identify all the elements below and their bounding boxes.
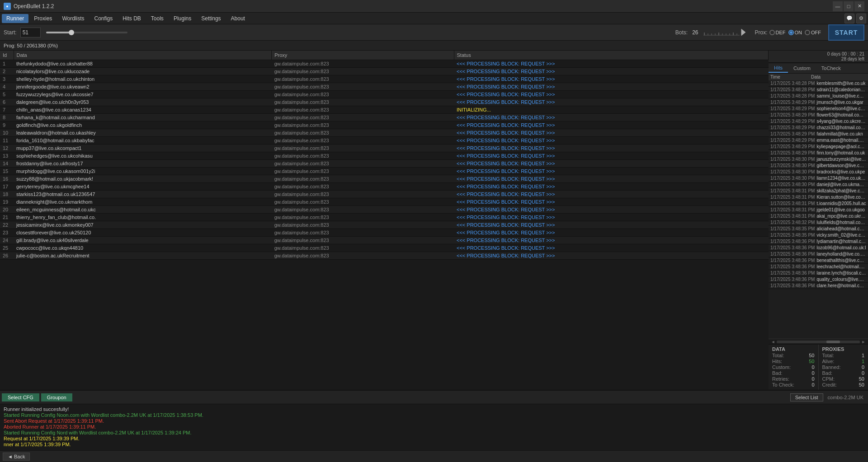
menu-about[interactable]: About — [226, 14, 250, 23]
settings-icon[interactable]: ⚙ — [856, 14, 866, 23]
log-entry-data: Kieran.sutton@live.co.uk — [816, 195, 866, 200]
log-scrollbar[interactable]: ◄ ► — [769, 339, 868, 344]
right-panel: 0 days 00 : 00 : 21 28 days left Hits Cu… — [769, 51, 868, 390]
cell-data: mupp37@live.co.ukcompact1 — [14, 145, 272, 152]
minimize-button[interactable]: — — [833, 1, 843, 11]
bots-ticks-svg — [703, 29, 740, 36]
cell-id: 7 — [0, 106, 14, 114]
start-input[interactable] — [20, 28, 41, 37]
cell-data: thierry_henry_fan_club@hotmail.co. — [14, 214, 272, 221]
cell-status: <<< PROCESSING BLOCK: REQUEST >>> — [454, 252, 769, 260]
stats-val: 0 — [811, 376, 814, 382]
timer-text: 0 days 00 : 00 : 21 28 days left — [772, 51, 864, 61]
table-scroll[interactable]: Id Data Proxy Status 1 thefunkydodo@live… — [0, 51, 769, 390]
log-entry-time: 1/17/2025 3:48:28 PM — [770, 81, 815, 86]
maximize-button[interactable]: □ — [844, 1, 854, 11]
log-entry: 1/17/2025 3:48:31 PM jgelde01@live.co.uk… — [769, 207, 868, 213]
speed-slider[interactable] — [46, 32, 127, 33]
menu-configs[interactable]: Configs — [90, 14, 118, 23]
menu-runner[interactable]: Runner — [2, 14, 28, 23]
cell-proxy: gw.dataimpulse.com:823 — [272, 206, 454, 214]
stats-val: 0 — [811, 364, 814, 370]
groupon-tab[interactable]: Groupon — [41, 393, 72, 401]
log-entry-time: 1/17/2025 3:48:36 PM — [770, 252, 815, 257]
menu-tools[interactable]: Tools — [146, 14, 168, 23]
bots-value: 26 — [692, 29, 698, 36]
select-cfg-button[interactable]: Select CFG — [2, 393, 39, 401]
log-scroll[interactable]: Time Data 1/17/2025 3:48:28 PM kemblesmi… — [769, 74, 868, 339]
cell-status: <<< PROCESSING BLOCK: REQUEST >>> — [454, 98, 769, 106]
cell-proxy: gw.dataimpulse.com:823 — [272, 244, 454, 252]
discord-icon[interactable]: 💬 — [844, 14, 854, 23]
log-entry: 1/17/2025 3:48:35 PM vicky.smith_02@live… — [769, 232, 868, 238]
main-wrapper: Id Data Proxy Status 1 thefunkydodo@live… — [0, 51, 868, 462]
table-row: 19 dianneknight@live.co.ukmarkthom gw.da… — [0, 198, 769, 206]
cell-id: 18 — [0, 191, 14, 198]
cell-status: <<< PROCESSING BLOCK: REQUEST >>> — [454, 114, 769, 121]
menu-plugins[interactable]: Plugins — [169, 14, 196, 23]
proxy-off[interactable]: OFF — [805, 30, 821, 35]
cell-proxy: gw.dataimpulse.com:823 — [272, 114, 454, 121]
log-entry-time: 1/17/2025 3:48:36 PM — [770, 277, 815, 282]
cell-data: dalegreen@live.co.ulch0n3yr053 — [14, 98, 272, 106]
data-area: Id Data Proxy Status 1 thefunkydodo@live… — [0, 51, 868, 390]
back-button[interactable]: ◄ Back — [3, 453, 30, 461]
stats-key: Credit: — [822, 382, 837, 387]
select-list-button[interactable]: Select List — [790, 393, 823, 401]
log-entry: 1/17/2025 3:48:36 PM lydiamartin@hotmail… — [769, 238, 868, 245]
titlebar-controls[interactable]: — □ ✕ — [833, 1, 864, 11]
cell-status: <<< PROCESSING BLOCK: REQUEST >>> — [454, 160, 769, 168]
bottom-log-line: Sent Abort Request at 1/17/2025 1:39:11 … — [4, 418, 864, 424]
proxy-on[interactable]: ON — [788, 30, 802, 35]
log-entry-time: 1/17/2025 3:48:31 PM — [770, 201, 815, 206]
cell-data: dianneknight@live.co.ukmarkthom — [14, 198, 272, 206]
menu-settings[interactable]: Settings — [197, 14, 225, 23]
log-entry-data: sdrain11@caledonian.ac. — [816, 87, 866, 92]
timer-area: 0 days 00 : 00 : 21 28 days left — [769, 51, 868, 63]
cell-status: <<< PROCESSING BLOCK: REQUEST >>> — [454, 168, 769, 175]
log-entry: 1/17/2025 3:48:30 PM januszburzymski@liv… — [769, 156, 868, 163]
cell-id: 3 — [0, 75, 14, 83]
scroll-right-btn[interactable]: ► — [860, 340, 867, 344]
stats-key: Retries: — [772, 376, 789, 382]
stats-row-item: Custom: 0 — [772, 364, 815, 370]
log-entry: 1/17/2025 3:48:29 PM finn.tony@hotmail.c… — [769, 150, 868, 156]
proxy-on-dot — [790, 31, 793, 34]
table-row: 26 julie-c@boston.ac.ukRecruitment gw.da… — [0, 252, 769, 260]
cell-data: closesttforever@live.co.uk250120 — [14, 229, 272, 237]
log-entry: 1/17/2025 3:48:29 PM s4yang@live.co.ukcr… — [769, 118, 868, 125]
stats-val: 1 — [862, 359, 864, 364]
log-entry-time: 1/17/2025 3:48:30 PM — [770, 176, 815, 181]
cell-data: nicolataylors@live.co.uklucozade — [14, 68, 272, 75]
cell-proxy: gw.dataimpulse.com:823 — [272, 145, 454, 152]
bots-arrow — [741, 29, 745, 36]
menu-wordlists[interactable]: Wordlists — [57, 14, 89, 23]
log-entry: 1/17/2025 3:48:36 PM laneyholland@live.c… — [769, 251, 868, 257]
tab-tocheck[interactable]: ToCheck — [816, 64, 846, 72]
cell-proxy: gw.dataimpulse.com:823 — [272, 221, 454, 229]
menu-proxies[interactable]: Proxies — [29, 14, 57, 23]
stats-val: 50 — [859, 376, 864, 382]
log-entry-time: 1/17/2025 3:48:29 PM — [770, 131, 815, 136]
close-button[interactable]: ✕ — [854, 1, 864, 11]
app-icon: ● — [4, 3, 11, 10]
log-entry-data: chazzii33@hotmail.co.uk — [816, 125, 866, 130]
cell-data: starkiss123@hotmail.co.uk1236547 — [14, 191, 272, 198]
start-button[interactable]: START — [828, 24, 864, 41]
log-entry: 1/17/2025 3:48:31 PM skillzaka2phat@live… — [769, 188, 868, 194]
cell-id: 14 — [0, 160, 14, 168]
scroll-left-btn[interactable]: ◄ — [769, 340, 777, 344]
menu-hitsdb[interactable]: Hits DB — [118, 14, 146, 23]
log-entry-data: laraine.lynch@tiscali.co.u — [816, 271, 866, 275]
cell-status: <<< PROCESSING BLOCK: REQUEST >>> — [454, 91, 769, 98]
stats-val: 50 — [859, 382, 864, 387]
tab-hits[interactable]: Hits — [769, 64, 788, 73]
stats-row-item: To Check: 0 — [772, 382, 815, 387]
proxy-def[interactable]: DEF — [769, 30, 786, 35]
cell-id: 5 — [0, 91, 14, 98]
cell-proxy: gw.dataimpulse.com:823 — [272, 83, 454, 91]
log-entry-data: clare.here@hotmail.co.uk — [816, 283, 866, 288]
log-entry-time: 1/17/2025 3:48:36 PM — [770, 239, 815, 244]
log-entry-time: 1/17/2025 3:48:31 PM — [770, 188, 815, 193]
tab-custom[interactable]: Custom — [788, 64, 816, 72]
